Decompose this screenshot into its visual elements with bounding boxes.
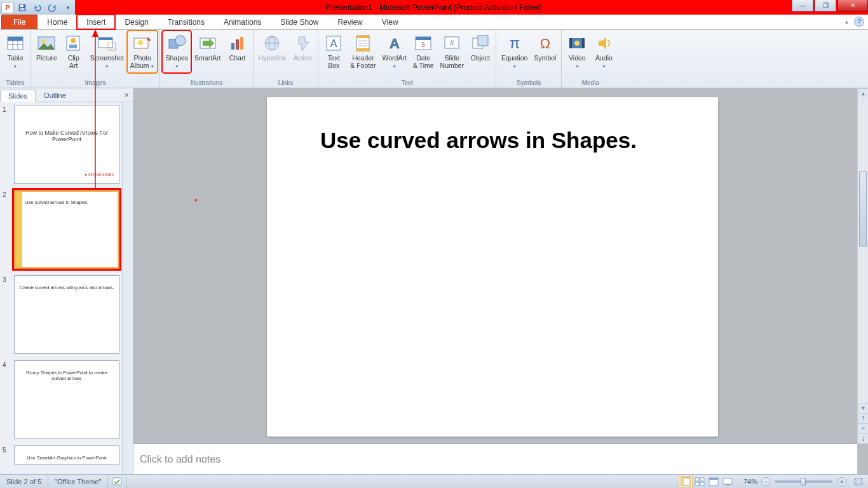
status-theme[interactable]: "Office Theme" bbox=[48, 475, 108, 488]
symbol-button[interactable]: ΩSymbol bbox=[531, 31, 559, 64]
chart-button[interactable]: Chart bbox=[225, 31, 250, 64]
wordart-button[interactable]: AWordArt▼ bbox=[380, 31, 409, 72]
symbol-icon: Ω bbox=[535, 33, 555, 53]
textbox-button[interactable]: AText Box bbox=[321, 31, 346, 71]
slide-thumb-3[interactable]: 3 Create curved arrows using arcs and ar… bbox=[3, 275, 122, 354]
redo-icon[interactable] bbox=[46, 1, 60, 14]
scroll-down-icon[interactable]: ▼ bbox=[858, 403, 868, 413]
slide-heading[interactable]: Use curved arrows in Shapes. bbox=[320, 128, 718, 153]
slide-thumb-2[interactable]: 2 Use curved arrows in Shapes. bbox=[3, 190, 122, 269]
svg-rect-54 bbox=[700, 478, 704, 481]
svg-rect-58 bbox=[709, 478, 718, 480]
svg-rect-55 bbox=[695, 482, 699, 485]
zoom-percent[interactable]: 74% bbox=[741, 478, 760, 485]
audio-icon bbox=[593, 33, 614, 53]
panel-tab-outline[interactable]: Outline bbox=[36, 89, 74, 102]
slidenumber-button[interactable]: #Slide Number bbox=[438, 31, 466, 71]
zoom-slider-thumb[interactable] bbox=[801, 478, 806, 485]
panel-close-icon[interactable]: × bbox=[124, 90, 129, 100]
zoom-out-button[interactable]: − bbox=[761, 477, 770, 486]
tab-file[interactable]: File bbox=[1, 15, 37, 29]
scroll-up-icon[interactable]: ▲ bbox=[858, 88, 868, 98]
panel-tab-slides[interactable]: Slides bbox=[0, 90, 36, 102]
picture-button[interactable]: Picture bbox=[34, 31, 60, 64]
equation-button[interactable]: πEquation▼ bbox=[499, 31, 530, 72]
slide-thumb-4[interactable]: 4 Group Shapes in PowerPoint to create c… bbox=[3, 360, 122, 439]
video-icon bbox=[567, 33, 587, 53]
collapse-ribbon-icon[interactable]: ▴ bbox=[841, 17, 851, 27]
screenshot-button[interactable]: Screenshot▼ bbox=[88, 31, 126, 72]
shapes-button[interactable]: Shapes▼ bbox=[163, 31, 191, 72]
object-button[interactable]: Object bbox=[468, 31, 493, 64]
group-label-tables: Tables bbox=[0, 79, 31, 88]
table-button[interactable]: Table▼ bbox=[3, 31, 28, 72]
app-icon[interactable]: P bbox=[1, 2, 14, 13]
view-sorter-icon[interactable] bbox=[693, 476, 707, 487]
quick-access-toolbar: P ▾ bbox=[0, 0, 75, 15]
svg-rect-31 bbox=[356, 36, 369, 38]
clipart-button[interactable]: Clip Art bbox=[61, 31, 86, 71]
qat-customize-icon[interactable]: ▾ bbox=[61, 1, 75, 14]
nav-slide-icon[interactable]: ≡ bbox=[858, 423, 868, 433]
title-bar: P ▾ Presentation1 - Microsoft PowerPoint… bbox=[0, 0, 868, 15]
zoom-in-button[interactable]: + bbox=[837, 477, 846, 486]
svg-rect-60 bbox=[726, 484, 729, 485]
tab-design[interactable]: Design bbox=[115, 15, 158, 29]
status-slide-indicator[interactable]: Slide 2 of 5 bbox=[0, 475, 48, 488]
prev-slide-icon[interactable]: ⭱ bbox=[858, 413, 868, 423]
fit-window-icon[interactable] bbox=[851, 476, 865, 487]
svg-rect-48 bbox=[582, 38, 585, 48]
notes-pane[interactable]: Click to add notes bbox=[133, 444, 857, 474]
next-slide-icon[interactable]: ⭳ bbox=[858, 433, 868, 444]
video-button[interactable]: Video▼ bbox=[564, 31, 590, 72]
svg-rect-24 bbox=[240, 37, 243, 50]
notes-placeholder: Click to add notes bbox=[140, 454, 220, 465]
group-label-images: Images bbox=[31, 79, 159, 88]
slide-canvas[interactable]: Use curved arrows in Shapes. bbox=[267, 97, 718, 437]
workspace: Slides Outline × 1 How to Make Curved Ar… bbox=[0, 88, 868, 474]
undo-icon[interactable] bbox=[31, 1, 44, 14]
tab-insert[interactable]: Insert bbox=[77, 15, 115, 29]
tab-home[interactable]: Home bbox=[37, 15, 77, 29]
svg-rect-23 bbox=[236, 39, 239, 50]
slide-thumb-5[interactable]: 5 Use SmartArt Graphics in PowerPoint bbox=[3, 445, 122, 464]
svg-text:A: A bbox=[390, 36, 400, 51]
datetime-button[interactable]: 5Date & Time bbox=[410, 31, 437, 71]
photoalbum-icon bbox=[132, 33, 153, 53]
scroll-thumb[interactable] bbox=[859, 171, 867, 247]
clipart-icon bbox=[64, 33, 84, 53]
minimize-button[interactable]: — bbox=[792, 0, 813, 11]
panel-scrollbar[interactable] bbox=[122, 102, 133, 474]
slide-canvas-area[interactable]: Use curved arrows in Shapes. bbox=[133, 88, 868, 444]
tab-animations[interactable]: Animations bbox=[214, 15, 271, 29]
view-slideshow-icon[interactable] bbox=[721, 476, 735, 487]
tab-review[interactable]: Review bbox=[328, 15, 372, 29]
shapes-icon bbox=[166, 33, 187, 53]
audio-button[interactable]: Audio▼ bbox=[591, 31, 616, 72]
svg-text:Ω: Ω bbox=[540, 36, 550, 51]
save-icon[interactable] bbox=[15, 1, 29, 14]
wordart-icon: A bbox=[384, 33, 405, 53]
close-button[interactable]: ✕ bbox=[837, 0, 868, 11]
view-normal-icon[interactable] bbox=[679, 476, 693, 487]
smartart-button[interactable]: SmartArt bbox=[192, 31, 223, 64]
photoalbum-button[interactable]: Photo Album ▼ bbox=[128, 31, 158, 72]
textbox-icon: A bbox=[323, 33, 344, 53]
help-icon[interactable]: ? bbox=[854, 17, 864, 27]
tab-view[interactable]: View bbox=[372, 15, 408, 29]
tab-transitions[interactable]: Transitions bbox=[158, 15, 214, 29]
headerfooter-button[interactable]: Header & Footer bbox=[348, 31, 378, 71]
group-text: AText Box Header & Footer AWordArt▼ 5Dat… bbox=[318, 30, 496, 88]
svg-point-12 bbox=[71, 38, 76, 43]
editor-vertical-scrollbar[interactable]: ▲ ▼ ⭱ ≡ ⭳ bbox=[857, 88, 868, 444]
zoom-slider[interactable] bbox=[775, 480, 832, 483]
smartart-icon bbox=[198, 33, 218, 53]
restore-button[interactable]: ❐ bbox=[815, 0, 836, 11]
object-icon bbox=[470, 33, 491, 53]
view-reading-icon[interactable] bbox=[707, 476, 721, 487]
status-spellcheck-icon[interactable] bbox=[108, 475, 126, 488]
svg-rect-56 bbox=[700, 482, 704, 485]
slide-thumb-1[interactable]: 1 How to Make Curved Arrows For PowerPoi… bbox=[3, 105, 122, 184]
slide-thumbnails[interactable]: 1 How to Make Curved Arrows For PowerPoi… bbox=[0, 102, 122, 474]
tab-slideshow[interactable]: Slide Show bbox=[271, 15, 328, 29]
